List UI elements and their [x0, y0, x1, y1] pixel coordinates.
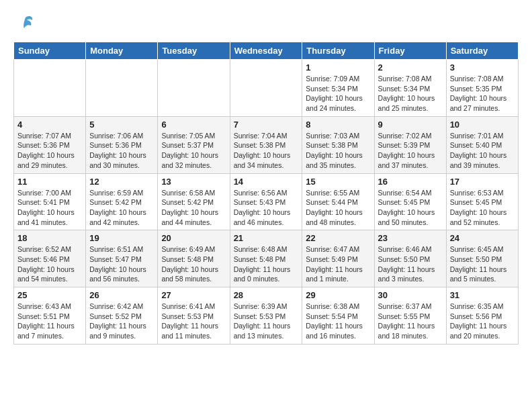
day-number: 15 [306, 177, 370, 187]
calendar-table: SundayMondayTuesdayWednesdayThursdayFrid… [13, 42, 519, 345]
day-info: Sunrise: 6:39 AMSunset: 5:53 PMDaylight:… [234, 302, 299, 341]
day-info: Sunrise: 6:41 AMSunset: 5:53 PMDaylight:… [161, 302, 226, 341]
calendar-week-row: 4Sunrise: 7:07 AMSunset: 5:36 PMDaylight… [14, 116, 519, 173]
calendar-cell: 20Sunrise: 6:49 AMSunset: 5:48 PMDayligh… [158, 230, 230, 287]
col-header-thursday: Thursday [302, 42, 374, 60]
day-info: Sunrise: 6:54 AMSunset: 5:45 PMDaylight:… [378, 188, 443, 228]
day-number: 25 [17, 290, 82, 300]
calendar-cell: 24Sunrise: 6:45 AMSunset: 5:50 PMDayligh… [446, 230, 518, 287]
day-info: Sunrise: 6:47 AMSunset: 5:49 PMDaylight:… [306, 244, 370, 284]
day-number: 19 [89, 233, 154, 243]
calendar-cell: 6Sunrise: 7:05 AMSunset: 5:37 PMDaylight… [158, 116, 230, 173]
col-header-saturday: Saturday [446, 42, 518, 60]
day-number: 27 [161, 290, 226, 300]
page-header [13, 13, 519, 35]
day-info: Sunrise: 6:48 AMSunset: 5:48 PMDaylight:… [234, 244, 299, 284]
day-number: 10 [450, 120, 515, 130]
calendar-cell [14, 60, 86, 117]
day-number: 14 [234, 177, 299, 187]
day-number: 21 [234, 233, 299, 243]
calendar-cell: 15Sunrise: 6:55 AMSunset: 5:44 PMDayligh… [302, 173, 374, 230]
calendar-cell: 31Sunrise: 6:35 AMSunset: 5:56 PMDayligh… [446, 287, 518, 345]
calendar-cell: 14Sunrise: 6:56 AMSunset: 5:43 PMDayligh… [230, 173, 302, 230]
calendar-week-row: 18Sunrise: 6:52 AMSunset: 5:46 PMDayligh… [14, 230, 519, 287]
day-info: Sunrise: 6:52 AMSunset: 5:46 PMDaylight:… [17, 244, 82, 284]
calendar-cell: 11Sunrise: 7:00 AMSunset: 5:41 PMDayligh… [14, 173, 86, 230]
calendar-cell: 8Sunrise: 7:03 AMSunset: 5:38 PMDaylight… [302, 116, 374, 173]
calendar-cell: 2Sunrise: 7:08 AMSunset: 5:34 PMDaylight… [374, 60, 446, 117]
calendar-cell: 7Sunrise: 7:04 AMSunset: 5:38 PMDaylight… [230, 116, 302, 173]
day-number: 11 [17, 177, 82, 187]
day-info: Sunrise: 7:07 AMSunset: 5:36 PMDaylight:… [17, 131, 82, 171]
calendar-cell: 12Sunrise: 6:59 AMSunset: 5:42 PMDayligh… [86, 173, 158, 230]
day-info: Sunrise: 6:49 AMSunset: 5:48 PMDaylight:… [161, 244, 226, 284]
col-header-wednesday: Wednesday [230, 42, 302, 60]
calendar-cell: 26Sunrise: 6:42 AMSunset: 5:52 PMDayligh… [86, 287, 158, 345]
day-info: Sunrise: 7:08 AMSunset: 5:34 PMDaylight:… [378, 74, 443, 113]
day-number: 4 [17, 120, 82, 130]
col-header-tuesday: Tuesday [158, 42, 230, 60]
day-number: 3 [450, 62, 515, 73]
calendar-cell: 16Sunrise: 6:54 AMSunset: 5:45 PMDayligh… [374, 173, 446, 230]
day-number: 8 [306, 120, 370, 130]
logo-bird-icon [16, 13, 35, 35]
calendar-cell: 21Sunrise: 6:48 AMSunset: 5:48 PMDayligh… [230, 230, 302, 287]
calendar-cell: 4Sunrise: 7:07 AMSunset: 5:36 PMDaylight… [14, 116, 86, 173]
day-number: 31 [450, 290, 515, 300]
calendar-cell: 23Sunrise: 6:46 AMSunset: 5:50 PMDayligh… [374, 230, 446, 287]
day-number: 24 [450, 233, 515, 243]
col-header-sunday: Sunday [14, 42, 86, 60]
day-number: 1 [306, 62, 370, 73]
day-info: Sunrise: 6:42 AMSunset: 5:52 PMDaylight:… [89, 302, 154, 341]
calendar-cell: 3Sunrise: 7:08 AMSunset: 5:35 PMDaylight… [446, 60, 518, 117]
day-info: Sunrise: 6:38 AMSunset: 5:54 PMDaylight:… [306, 302, 370, 341]
day-number: 28 [234, 290, 299, 300]
day-number: 2 [378, 62, 443, 73]
calendar-cell [158, 60, 230, 117]
calendar-cell: 13Sunrise: 6:58 AMSunset: 5:42 PMDayligh… [158, 173, 230, 230]
day-info: Sunrise: 7:03 AMSunset: 5:38 PMDaylight:… [306, 131, 370, 171]
day-info: Sunrise: 7:02 AMSunset: 5:39 PMDaylight:… [378, 131, 443, 171]
day-number: 9 [378, 120, 443, 130]
day-number: 12 [89, 177, 154, 187]
calendar-cell: 9Sunrise: 7:02 AMSunset: 5:39 PMDaylight… [374, 116, 446, 173]
day-info: Sunrise: 6:46 AMSunset: 5:50 PMDaylight:… [378, 244, 443, 284]
calendar-cell: 28Sunrise: 6:39 AMSunset: 5:53 PMDayligh… [230, 287, 302, 345]
calendar-cell [86, 60, 158, 117]
day-number: 6 [161, 120, 226, 130]
day-number: 30 [378, 290, 443, 300]
col-header-monday: Monday [86, 42, 158, 60]
day-number: 20 [161, 233, 226, 243]
day-info: Sunrise: 7:09 AMSunset: 5:34 PMDaylight:… [306, 74, 370, 113]
calendar-cell: 25Sunrise: 6:43 AMSunset: 5:51 PMDayligh… [14, 287, 86, 345]
logo [13, 13, 35, 35]
day-number: 7 [234, 120, 299, 130]
day-info: Sunrise: 7:08 AMSunset: 5:35 PMDaylight:… [450, 74, 515, 113]
calendar-cell: 29Sunrise: 6:38 AMSunset: 5:54 PMDayligh… [302, 287, 374, 345]
calendar-cell: 17Sunrise: 6:53 AMSunset: 5:45 PMDayligh… [446, 173, 518, 230]
day-number: 16 [378, 177, 443, 187]
day-info: Sunrise: 6:51 AMSunset: 5:47 PMDaylight:… [89, 244, 154, 284]
day-info: Sunrise: 7:06 AMSunset: 5:36 PMDaylight:… [89, 131, 154, 171]
day-info: Sunrise: 6:56 AMSunset: 5:43 PMDaylight:… [234, 188, 299, 228]
day-info: Sunrise: 6:43 AMSunset: 5:51 PMDaylight:… [17, 302, 82, 341]
calendar-cell [230, 60, 302, 117]
calendar-week-row: 11Sunrise: 7:00 AMSunset: 5:41 PMDayligh… [14, 173, 519, 230]
calendar-cell: 22Sunrise: 6:47 AMSunset: 5:49 PMDayligh… [302, 230, 374, 287]
day-info: Sunrise: 6:35 AMSunset: 5:56 PMDaylight:… [450, 302, 515, 341]
col-header-friday: Friday [374, 42, 446, 60]
day-info: Sunrise: 6:58 AMSunset: 5:42 PMDaylight:… [161, 188, 226, 228]
calendar-cell: 10Sunrise: 7:01 AMSunset: 5:40 PMDayligh… [446, 116, 518, 173]
day-number: 26 [89, 290, 154, 300]
day-number: 17 [450, 177, 515, 187]
day-info: Sunrise: 7:01 AMSunset: 5:40 PMDaylight:… [450, 131, 515, 171]
day-info: Sunrise: 6:45 AMSunset: 5:50 PMDaylight:… [450, 244, 515, 284]
day-info: Sunrise: 6:53 AMSunset: 5:45 PMDaylight:… [450, 188, 515, 228]
day-info: Sunrise: 7:00 AMSunset: 5:41 PMDaylight:… [17, 188, 82, 228]
calendar-cell: 1Sunrise: 7:09 AMSunset: 5:34 PMDaylight… [302, 60, 374, 117]
day-number: 29 [306, 290, 370, 300]
day-number: 23 [378, 233, 443, 243]
day-info: Sunrise: 6:37 AMSunset: 5:55 PMDaylight:… [378, 302, 443, 341]
day-info: Sunrise: 6:59 AMSunset: 5:42 PMDaylight:… [89, 188, 154, 228]
calendar-week-row: 25Sunrise: 6:43 AMSunset: 5:51 PMDayligh… [14, 287, 519, 345]
